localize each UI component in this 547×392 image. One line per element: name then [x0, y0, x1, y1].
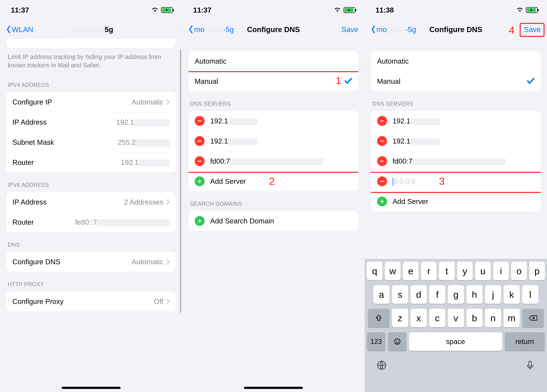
home-indicator[interactable]: [244, 387, 303, 389]
key-k[interactable]: k: [504, 285, 520, 304]
mic-icon[interactable]: [525, 360, 535, 371]
add-icon[interactable]: [195, 216, 205, 226]
clock: 11:37: [193, 6, 212, 14]
configure-ip-row[interactable]: Configure IP Automatic: [6, 92, 176, 112]
key-h[interactable]: h: [466, 285, 483, 304]
key-u[interactable]: u: [475, 262, 491, 280]
mode-manual[interactable]: Manual: [371, 71, 541, 91]
mode-manual[interactable]: Manual: [188, 71, 358, 91]
configure-proxy-row[interactable]: Configure Proxy Off: [6, 291, 176, 312]
key-g[interactable]: g: [448, 285, 464, 304]
key-t[interactable]: t: [439, 262, 454, 280]
add-icon[interactable]: [377, 196, 387, 206]
remove-icon[interactable]: [377, 116, 387, 126]
numbers-key[interactable]: 123: [367, 332, 385, 351]
clock: 11:37: [11, 6, 29, 14]
dns-server-row[interactable]: 192.1: [371, 111, 541, 131]
nav-bar: WLAN 5g: [0, 20, 182, 39]
remove-icon[interactable]: [195, 116, 205, 126]
key-w[interactable]: w: [385, 262, 400, 280]
key-q[interactable]: q: [367, 262, 382, 280]
dns-server-row[interactable]: 192.1: [188, 111, 358, 131]
add-server-row[interactable]: Add Server: [371, 191, 541, 212]
dns-server-row[interactable]: 192.1: [371, 131, 541, 151]
svg-point-15: [398, 340, 399, 341]
key-z[interactable]: z: [392, 309, 408, 327]
key-s[interactable]: s: [392, 285, 408, 304]
add-server-row[interactable]: Add Server: [188, 171, 358, 191]
key-i[interactable]: i: [493, 262, 509, 280]
save-button[interactable]: Save: [341, 25, 358, 34]
key-v[interactable]: v: [448, 309, 464, 327]
keyboard[interactable]: qwertyuiop asdfghjkl zxcvbnm 123 space r…: [365, 259, 547, 392]
chevron-right-icon: [166, 199, 170, 205]
dns-server-row[interactable]: fd00:7: [371, 151, 541, 171]
remove-icon[interactable]: [195, 156, 205, 166]
space-key[interactable]: space: [409, 332, 502, 351]
key-b[interactable]: b: [466, 309, 483, 327]
battery-charging-icon: ✦: [526, 7, 538, 13]
emoji-key[interactable]: [388, 332, 407, 351]
cellular-dots: ....: [324, 7, 331, 13]
scrollbar[interactable]: [180, 50, 181, 313]
status-bar: 11:37 .... ✦: [0, 0, 182, 20]
key-y[interactable]: y: [457, 262, 473, 280]
svg-rect-9: [380, 161, 384, 161]
status-bar: 11:38 .... ✦: [365, 0, 547, 20]
backspace-key[interactable]: [522, 309, 544, 327]
section-search-domains: SEARCH DOMAINS: [182, 193, 364, 209]
svg-rect-0: [198, 120, 201, 121]
ip6-address-row[interactable]: IP Address 2 Addresses: [6, 192, 176, 212]
svg-rect-7: [380, 120, 384, 121]
key-x[interactable]: x: [410, 309, 427, 327]
key-f[interactable]: f: [429, 285, 445, 304]
home-indicator[interactable]: [62, 387, 121, 389]
back-label: mo-5g: [194, 25, 234, 34]
battery-charging-icon: ✦: [343, 7, 355, 13]
svg-rect-12: [380, 201, 384, 202]
remove-icon[interactable]: [377, 156, 387, 166]
chevron-right-icon: [166, 259, 170, 265]
dns-server-row[interactable]: fd00:7: [188, 151, 358, 171]
key-n[interactable]: n: [485, 309, 501, 327]
key-o[interactable]: o: [511, 262, 527, 280]
back-button[interactable]: mo-5g: [188, 25, 234, 34]
dns-server-input-row[interactable]: 0.0.0.0: [371, 171, 541, 191]
remove-icon[interactable]: [377, 136, 387, 146]
key-a[interactable]: a: [373, 285, 390, 304]
svg-point-14: [396, 340, 397, 341]
router-v4-row: Router 192.1: [6, 152, 176, 173]
key-l[interactable]: l: [522, 285, 538, 304]
key-p[interactable]: p: [529, 262, 545, 280]
key-r[interactable]: r: [421, 262, 437, 280]
mode-automatic[interactable]: Automatic: [188, 51, 358, 71]
return-key[interactable]: return: [505, 332, 545, 351]
save-button[interactable]: Save: [524, 25, 541, 34]
cellular-dots: ....: [506, 7, 514, 13]
dns-server-row[interactable]: 192.1: [188, 131, 358, 151]
wifi-icon: [516, 6, 523, 14]
globe-icon[interactable]: [376, 360, 387, 371]
svg-point-13: [395, 339, 400, 344]
remove-icon[interactable]: [377, 176, 387, 186]
back-button[interactable]: WLAN: [6, 25, 33, 34]
checkmark-icon: [344, 78, 352, 85]
key-c[interactable]: c: [429, 309, 445, 327]
back-button[interactable]: mo-5g: [371, 25, 416, 34]
key-d[interactable]: d: [410, 285, 427, 304]
key-m[interactable]: m: [504, 309, 520, 327]
page-title: Configure DNS: [247, 25, 300, 33]
annotation-4: 4: [509, 25, 514, 36]
add-icon[interactable]: [195, 176, 205, 186]
key-e[interactable]: e: [403, 262, 418, 280]
shift-key[interactable]: [368, 309, 390, 327]
add-search-domain-row[interactable]: Add Search Domain: [188, 211, 358, 231]
mode-automatic[interactable]: Automatic: [371, 51, 541, 71]
ip-address-row: IP Address 192.1: [6, 112, 176, 132]
battery-charging-icon: ✦: [161, 7, 173, 13]
remove-icon[interactable]: [195, 136, 205, 146]
text-cursor: [393, 178, 393, 186]
key-j[interactable]: j: [485, 285, 501, 304]
configure-dns-row[interactable]: Configure DNS Automatic: [6, 252, 176, 272]
chevron-right-icon: [166, 99, 170, 105]
